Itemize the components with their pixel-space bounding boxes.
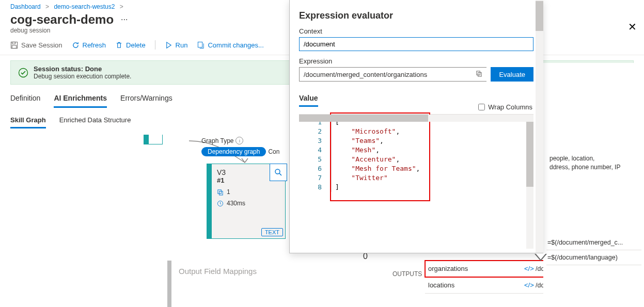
outputs-label: OUTPUTS [392, 270, 422, 278]
context-label: Context [299, 27, 533, 35]
expression-value: /document/merged_content/organizations [304, 71, 427, 78]
clock-icon [217, 200, 224, 207]
run-label: Run [176, 41, 188, 49]
commit-icon [197, 41, 205, 49]
svg-rect-3 [198, 42, 202, 47]
separator [155, 40, 155, 50]
commit-label: Commit changes... [208, 41, 263, 49]
wrap-columns-toggle[interactable]: Wrap Columns [476, 102, 532, 112]
popup-pointer-icon [535, 254, 547, 261]
side-panel-mapping-list: =$(/document/merged_c... =$(/document/la… [546, 235, 641, 265]
svg-rect-1 [12, 42, 15, 44]
graph-type-label: Graph Type [201, 137, 233, 144]
skill-time: 430ms [227, 200, 245, 207]
svg-rect-6 [219, 191, 223, 195]
value-code: [ "Microsoft", "Teams", "Mesh", "Accentu… [335, 118, 420, 192]
tab-value[interactable]: Value [299, 92, 318, 107]
tab-enriched-data-structure[interactable]: Enriched Data Structure [59, 114, 131, 128]
truncated-node [144, 135, 163, 144]
evaluator-title: Expression evaluator [299, 2, 533, 21]
save-icon [10, 41, 18, 49]
mapping-row[interactable]: =$(/document/merged_c... [546, 235, 641, 250]
status-title: Session status: Done [34, 65, 102, 73]
commit-button[interactable]: Commit changes... [197, 41, 263, 49]
tab-skill-graph[interactable]: Skill Graph [10, 114, 46, 128]
more-icon[interactable]: ··· [121, 15, 128, 24]
search-icon [274, 168, 282, 176]
code-icon[interactable]: </> [524, 281, 536, 289]
scrollbar-vertical[interactable] [536, 0, 543, 253]
tab-ai-enrichments[interactable]: AI Enrichments [54, 91, 107, 108]
chevron-right-icon: > [117, 3, 127, 10]
expression-label: Expression [299, 57, 533, 65]
trash-icon [115, 41, 123, 49]
close-icon[interactable]: ✕ [628, 21, 637, 33]
inspect-button[interactable] [270, 164, 287, 181]
breadcrumb-dashboard[interactable]: Dashboard [10, 3, 41, 10]
svg-point-8 [275, 169, 280, 174]
play-icon [165, 41, 172, 49]
context-input[interactable] [299, 37, 533, 51]
refresh-icon [72, 41, 80, 49]
svg-line-9 [279, 173, 281, 175]
side-panel-text: people, location, ddress, phone number, … [549, 154, 620, 172]
copy-icon [217, 189, 224, 196]
evaluate-button[interactable]: Evaluate [491, 67, 533, 82]
graph-type-dependency[interactable]: Dependency graph [201, 147, 266, 156]
output-name: locations [425, 281, 524, 289]
wrap-columns-label: Wrap Columns [488, 103, 532, 111]
copy-icon[interactable] [476, 70, 482, 78]
scrollbar-vertical[interactable] [526, 115, 533, 249]
svg-rect-5 [218, 189, 222, 193]
value-code-viewer[interactable]: 12345678 [ "Microsoft", "Teams", "Mesh",… [299, 114, 533, 249]
check-circle-icon [18, 68, 28, 78]
save-session-button[interactable]: Save Session [10, 41, 62, 49]
delete-label: Delete [126, 41, 146, 49]
page-title: cog-search-demo [10, 12, 114, 27]
skill-count: 1 [227, 188, 230, 196]
output-field-mappings-card[interactable]: Output Field Mappings [167, 261, 336, 307]
expression-evaluator-popup: Expression evaluator Context Expression … [289, 0, 543, 253]
run-button[interactable]: Run [165, 41, 188, 49]
tab-definition[interactable]: Definition [10, 91, 40, 108]
info-icon[interactable]: i [235, 137, 243, 144]
code-icon[interactable]: </> [524, 265, 536, 272]
delete-button[interactable]: Delete [115, 41, 146, 49]
breadcrumb-resource[interactable]: demo-search-westus2 [54, 3, 115, 10]
expression-input[interactable]: /document/merged_content/organizations [299, 67, 486, 82]
status-subtitle: Debug session execution complete. [34, 73, 131, 80]
save-session-label: Save Session [21, 41, 62, 49]
wrap-columns-checkbox[interactable] [478, 104, 485, 110]
graph-type-other[interactable]: Con [268, 148, 279, 155]
output-name: organizations [425, 265, 524, 272]
scrollbar-horizontal[interactable] [299, 115, 533, 122]
side-panel-peek: people, location, ddress, phone number, … [543, 63, 644, 307]
refresh-button[interactable]: Refresh [72, 41, 106, 49]
tab-errors-warnings[interactable]: Errors/Warnings [120, 91, 172, 108]
svg-rect-2 [12, 45, 16, 48]
skill-tag: TEXT [261, 228, 283, 236]
mapping-row[interactable]: =$(/document/language) [546, 250, 641, 265]
refresh-label: Refresh [83, 41, 106, 49]
chevron-right-icon: > [42, 3, 52, 10]
line-gutter: 12345678 [316, 118, 332, 192]
